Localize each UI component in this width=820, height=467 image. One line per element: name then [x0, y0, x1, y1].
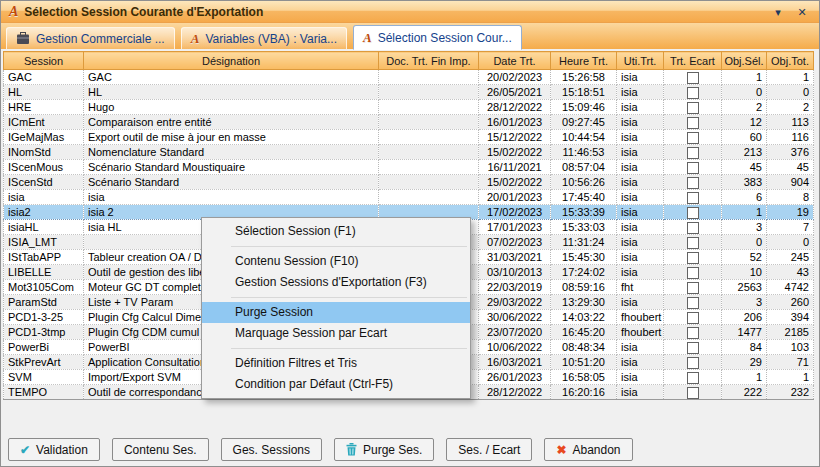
ecart-checkbox[interactable] [687, 372, 699, 384]
cell-date: 29/03/2022 [479, 295, 551, 310]
cell-heure: 15:18:51 [551, 85, 617, 100]
ecart-checkbox[interactable] [687, 87, 699, 99]
tab-1[interactable]: Gestion Commerciale ... [6, 27, 175, 49]
menu-item-d-finition-filtres-et-tris[interactable]: Définition Filtres et Tris [202, 353, 470, 374]
menu-item-contenu-session-f10[interactable]: Contenu Session (F10) [202, 251, 470, 272]
cell-obj_sel: 84 [722, 340, 767, 355]
cell-uti: isia [617, 115, 664, 130]
context-menu: Sélection Session (F1)Contenu Session (F… [201, 217, 471, 399]
col-header-doc[interactable]: Doc. Trt. Fin Imp. [379, 52, 479, 70]
collapse-icon[interactable]: ▾ [769, 2, 787, 22]
cell-session: IStTabAPP [4, 250, 84, 265]
col-header-ecart[interactable]: Trt. Ecart [664, 52, 722, 70]
cell-obj_sel: 52 [722, 250, 767, 265]
ecart-checkbox[interactable] [687, 192, 699, 204]
button-label: Contenu Ses. [124, 443, 197, 457]
cell-date: 26/01/2023 [479, 370, 551, 385]
col-header-obj_sel[interactable]: Obj.Sél. [722, 52, 767, 70]
ecart-checkbox[interactable] [687, 222, 699, 234]
cell-obj_sel: 2563 [722, 280, 767, 295]
cell-date: 20/01/2023 [479, 190, 551, 205]
cell-date: 26/05/2021 [479, 85, 551, 100]
cell-session: SVM [4, 370, 84, 385]
cell-obj_tot: 232 [767, 385, 814, 400]
cell-obj_sel: 60 [722, 130, 767, 145]
table-row-HRE[interactable]: HREHugo28/12/202215:09:46isia22 [4, 100, 814, 115]
cell-obj_tot: 103 [767, 340, 814, 355]
ecart-checkbox[interactable] [687, 237, 699, 249]
purge-ses-button[interactable]: Purge Ses. [334, 438, 434, 461]
cell-uti: isia [617, 145, 664, 160]
menu-item-s-lection-session-f1[interactable]: Sélection Session (F1) [202, 221, 470, 242]
cell-heure: 09:27:45 [551, 115, 617, 130]
contenu-ses-button[interactable]: Contenu Ses. [112, 438, 209, 461]
ecart-checkbox[interactable] [687, 312, 699, 324]
table-row-HL[interactable]: HLHL26/05/202115:18:51isia00 [4, 85, 814, 100]
col-header-uti[interactable]: Uti.Trt. [617, 52, 664, 70]
cell-obj_tot: 394 [767, 310, 814, 325]
table-row-IScenStd[interactable]: IScenStdScénario Standard15/02/202210:56… [4, 175, 814, 190]
cell-ecart [664, 145, 722, 160]
ecart-checkbox[interactable] [687, 342, 699, 354]
ecart-checkbox[interactable] [687, 147, 699, 159]
tab-3[interactable]: ASélection Session Cour... [353, 25, 522, 50]
col-header-designation[interactable]: Désignation [84, 52, 379, 70]
cell-heure: 11:46:53 [551, 145, 617, 160]
table-row-IGeMajMas[interactable]: IGeMajMasExport outil de mise à jour en … [4, 130, 814, 145]
cell-uti: isia [617, 130, 664, 145]
ecart-checkbox[interactable] [687, 132, 699, 144]
ecart-checkbox[interactable] [687, 357, 699, 369]
col-header-heure[interactable]: Heure Trt. [551, 52, 617, 70]
cell-ecart [664, 355, 722, 370]
ecart-checkbox[interactable] [687, 327, 699, 339]
cell-obj_sel: 10 [722, 265, 767, 280]
cell-obj_sel: 0 [722, 85, 767, 100]
tab-2[interactable]: AVariables (VBA) : Varia... [181, 27, 347, 49]
table-row-INomStd[interactable]: INomStdNomenclature Standard15/02/202211… [4, 145, 814, 160]
cell-obj_tot: 113 [767, 115, 814, 130]
cell-ecart [664, 70, 722, 85]
cell-heure: 08:48:34 [551, 340, 617, 355]
validation-button[interactable]: ✔Validation [8, 438, 100, 461]
cell-doc [379, 85, 479, 100]
ecart-checkbox[interactable] [687, 207, 699, 219]
menu-item-purge-session[interactable]: Purge Session [202, 302, 470, 323]
cell-date: 15/02/2022 [479, 175, 551, 190]
cell-obj_tot: 0 [767, 235, 814, 250]
ecart-checkbox[interactable] [687, 117, 699, 129]
ecart-checkbox[interactable] [687, 387, 699, 399]
table-row-ICmEnt[interactable]: ICmEntComparaison entre entité16/01/2023… [4, 115, 814, 130]
table-row-IScenMous[interactable]: IScenMousScénario Standard Moustiquaire1… [4, 160, 814, 175]
cell-ecart [664, 280, 722, 295]
ecart-checkbox[interactable] [687, 252, 699, 264]
cell-date: 22/03/2019 [479, 280, 551, 295]
cell-heure: 10:51:20 [551, 355, 617, 370]
ecart-checkbox[interactable] [687, 102, 699, 114]
menu-item-gestion-sessions-d-exportation-f3[interactable]: Gestion Sessions d'Exportation (F3) [202, 272, 470, 293]
ges-sessions-button[interactable]: Ges. Sessions [221, 438, 322, 461]
cell-session: INomStd [4, 145, 84, 160]
ecart-checkbox[interactable] [687, 162, 699, 174]
cell-obj_tot: 245 [767, 250, 814, 265]
table-row-isia[interactable]: isiaisia20/01/202317:45:40isia68 [4, 190, 814, 205]
cell-session: ISIA_LMT [4, 235, 84, 250]
cell-ecart [664, 325, 722, 340]
ses-ecart-button[interactable]: Ses. / Ecart [446, 438, 532, 461]
table-row-GAC[interactable]: GACGAC20/02/202315:26:58isia11 [4, 70, 814, 85]
menu-item-marquage-session-par-ecart[interactable]: Marquage Session par Ecart [202, 323, 470, 344]
ecart-checkbox[interactable] [687, 72, 699, 84]
cell-designation: isia [84, 190, 379, 205]
app-logo-icon: A [9, 5, 18, 19]
ecart-checkbox[interactable] [687, 297, 699, 309]
menu-item-condition-par-d-faut-ctrl-f5[interactable]: Condition par Défaut (Ctrl-F5) [202, 374, 470, 395]
cell-uti: isia [617, 235, 664, 250]
ecart-checkbox[interactable] [687, 177, 699, 189]
col-header-session[interactable]: Session [4, 52, 84, 70]
close-icon[interactable]: ✕ [793, 2, 811, 22]
col-header-obj_tot[interactable]: Obj.Tot. [767, 52, 814, 70]
cell-ecart [664, 100, 722, 115]
col-header-date[interactable]: Date Trt. [479, 52, 551, 70]
ecart-checkbox[interactable] [687, 282, 699, 294]
abandon-button[interactable]: ✖Abandon [544, 438, 632, 461]
ecart-checkbox[interactable] [687, 267, 699, 279]
